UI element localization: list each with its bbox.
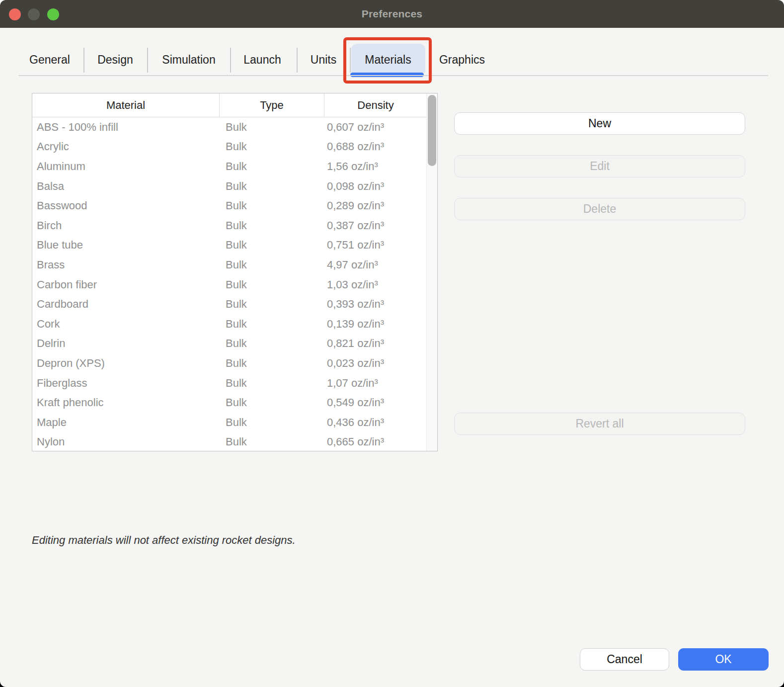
material-cell: Kraft phenolic: [32, 396, 220, 409]
delete-button: Delete: [454, 198, 745, 220]
close-button[interactable]: [9, 8, 21, 20]
tab-divider: [297, 48, 298, 73]
material-cell: Cork: [32, 318, 220, 331]
minimize-button[interactable]: [28, 8, 40, 20]
density-cell: 0,665 oz/in³: [324, 435, 437, 448]
table-row[interactable]: Carbon fiber Bulk 1,03 oz/in³: [32, 275, 437, 295]
type-cell: Bulk: [220, 357, 324, 370]
material-cell: Basswood: [32, 199, 220, 212]
scrollbar-thumb[interactable]: [428, 95, 436, 166]
materials-table: Material Type Density ABS - 100% infill …: [32, 93, 438, 451]
table-body: ABS - 100% infill Bulk 0,607 oz/in³ Acry…: [32, 117, 437, 451]
type-cell: Bulk: [220, 219, 324, 232]
tab-divider: [230, 48, 231, 73]
tab-divider: [147, 48, 148, 73]
type-cell: Bulk: [220, 239, 324, 252]
type-cell: Bulk: [220, 140, 324, 153]
preferences-window: Preferences General Design Simulation La…: [0, 0, 784, 687]
revert-all-button: Revert all: [454, 413, 745, 435]
table-row[interactable]: Nylon Bulk 0,665 oz/in³: [32, 432, 437, 452]
density-cell: 0,821 oz/in³: [324, 337, 437, 350]
materials-note: Editing materials will not affect existi…: [32, 534, 296, 547]
cancel-button[interactable]: Cancel: [580, 648, 669, 671]
density-cell: 0,023 oz/in³: [324, 357, 437, 370]
table-row[interactable]: Acrylic Bulk 0,688 oz/in³: [32, 137, 437, 157]
tab-simulation[interactable]: Simulation: [162, 53, 215, 67]
table-row[interactable]: Aluminum Bulk 1,56 oz/in³: [32, 157, 437, 176]
ok-button[interactable]: OK: [678, 648, 769, 671]
tab-divider: [83, 48, 84, 73]
material-cell: Acrylic: [32, 140, 220, 153]
density-cell: 0,436 oz/in³: [324, 416, 437, 429]
density-cell: 0,393 oz/in³: [324, 298, 437, 311]
tab-launch[interactable]: Launch: [243, 53, 281, 67]
table-row[interactable]: Brass Bulk 4,97 oz/in³: [32, 255, 437, 275]
type-cell: Bulk: [220, 180, 324, 193]
type-cell: Bulk: [220, 396, 324, 409]
material-cell: Blue tube: [32, 239, 220, 252]
new-button[interactable]: New: [454, 112, 745, 135]
density-cell: 0,289 oz/in³: [324, 199, 437, 212]
edit-button: Edit: [454, 155, 745, 177]
density-cell: 0,098 oz/in³: [324, 180, 437, 193]
material-cell: Fiberglass: [32, 377, 220, 390]
material-cell: Brass: [32, 258, 220, 271]
type-cell: Bulk: [220, 199, 324, 212]
material-cell: Aluminum: [32, 160, 220, 173]
density-cell: 0,549 oz/in³: [324, 396, 437, 409]
type-cell: Bulk: [220, 435, 324, 448]
density-cell: 0,607 oz/in³: [324, 121, 437, 134]
material-cell: Nylon: [32, 435, 220, 448]
type-cell: Bulk: [220, 377, 324, 390]
density-cell: 0,387 oz/in³: [324, 219, 437, 232]
material-cell: Balsa: [32, 180, 220, 193]
tab-design[interactable]: Design: [97, 53, 133, 67]
material-cell: Delrin: [32, 337, 220, 350]
table-row[interactable]: ABS - 100% infill Bulk 0,607 oz/in³: [32, 117, 437, 137]
scrollbar-track[interactable]: [426, 93, 437, 451]
type-cell: Bulk: [220, 121, 324, 134]
column-header-material: Material: [32, 93, 220, 117]
material-cell: ABS - 100% infill: [32, 121, 220, 134]
material-cell: Depron (XPS): [32, 357, 220, 370]
density-cell: 4,97 oz/in³: [324, 258, 437, 271]
table-row[interactable]: Blue tube Bulk 0,751 oz/in³: [32, 236, 437, 256]
tab-graphics[interactable]: Graphics: [439, 53, 485, 67]
type-cell: Bulk: [220, 318, 324, 331]
density-cell: 1,56 oz/in³: [324, 160, 437, 173]
density-cell: 0,751 oz/in³: [324, 239, 437, 252]
material-cell: Carbon fiber: [32, 278, 220, 291]
table-row[interactable]: Fiberglass Bulk 1,07 oz/in³: [32, 373, 437, 393]
titlebar: Preferences: [0, 0, 784, 28]
table-row[interactable]: Depron (XPS) Bulk 0,023 oz/in³: [32, 353, 437, 373]
type-cell: Bulk: [220, 337, 324, 350]
material-cell: Cardboard: [32, 298, 220, 311]
density-cell: 1,07 oz/in³: [324, 377, 437, 390]
table-row[interactable]: Delrin Bulk 0,821 oz/in³: [32, 334, 437, 354]
tab-units[interactable]: Units: [311, 53, 336, 67]
column-header-type: Type: [220, 93, 324, 117]
window-title: Preferences: [0, 0, 784, 28]
density-cell: 0,688 oz/in³: [324, 140, 437, 153]
annotation-highlight-box: [343, 37, 432, 84]
type-cell: Bulk: [220, 298, 324, 311]
type-cell: Bulk: [220, 416, 324, 429]
table-row[interactable]: Cork Bulk 0,139 oz/in³: [32, 314, 437, 334]
material-cell: Birch: [32, 219, 220, 232]
zoom-button[interactable]: [47, 8, 59, 20]
density-cell: 0,139 oz/in³: [324, 318, 437, 331]
table-row[interactable]: Basswood Bulk 0,289 oz/in³: [32, 196, 437, 216]
table-row[interactable]: Maple Bulk 0,436 oz/in³: [32, 413, 437, 432]
table-header-row: Material Type Density: [32, 93, 437, 117]
type-cell: Bulk: [220, 258, 324, 271]
density-cell: 1,03 oz/in³: [324, 278, 437, 291]
table-row[interactable]: Balsa Bulk 0,098 oz/in³: [32, 176, 437, 196]
table-row[interactable]: Kraft phenolic Bulk 0,549 oz/in³: [32, 393, 437, 413]
tab-general[interactable]: General: [29, 53, 70, 67]
table-row[interactable]: Cardboard Bulk 0,393 oz/in³: [32, 294, 437, 314]
column-header-density: Density: [324, 93, 437, 117]
type-cell: Bulk: [220, 278, 324, 291]
type-cell: Bulk: [220, 160, 324, 173]
material-cell: Maple: [32, 416, 220, 429]
table-row[interactable]: Birch Bulk 0,387 oz/in³: [32, 216, 437, 236]
